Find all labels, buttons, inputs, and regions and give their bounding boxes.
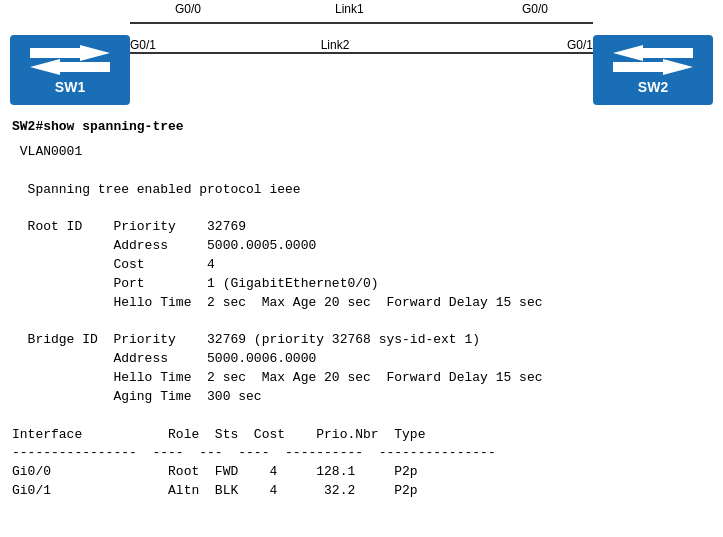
sw2-switch: SW2 (593, 35, 713, 105)
sw1-g00-top: G0/0 (175, 2, 201, 16)
svg-marker-0 (30, 45, 110, 61)
sw2-g00-top: G0/0 (522, 2, 548, 16)
command-line: SW2#show spanning-tree (12, 118, 711, 137)
svg-marker-2 (613, 45, 693, 61)
sw2-arrows (613, 45, 693, 75)
sw1-arrow-svg (30, 45, 110, 75)
link1-line (130, 22, 593, 24)
svg-marker-3 (613, 59, 693, 75)
svg-marker-1 (30, 59, 110, 75)
terminal-text: VLAN0001 Spanning tree enabled protocol … (12, 143, 711, 501)
sw2-label: SW2 (638, 79, 668, 95)
link1-top: Link1 (335, 2, 364, 16)
link2-label: Link2 (321, 38, 350, 52)
sw2-g01-label: G0/1 (567, 38, 593, 52)
link2-line (130, 52, 593, 54)
sw2-arrow-svg (613, 45, 693, 75)
sw1-g01-label: G0/1 (130, 38, 156, 52)
sw1-label: SW1 (55, 79, 85, 95)
sw1-arrows (30, 45, 110, 75)
network-diagram: G0/0 Link1 G0/0 G0/1 Link2 G0/1 SW1 (0, 0, 723, 110)
sw1-switch: SW1 (10, 35, 130, 105)
terminal-output: SW2#show spanning-tree VLAN0001 Spanning… (0, 110, 723, 509)
